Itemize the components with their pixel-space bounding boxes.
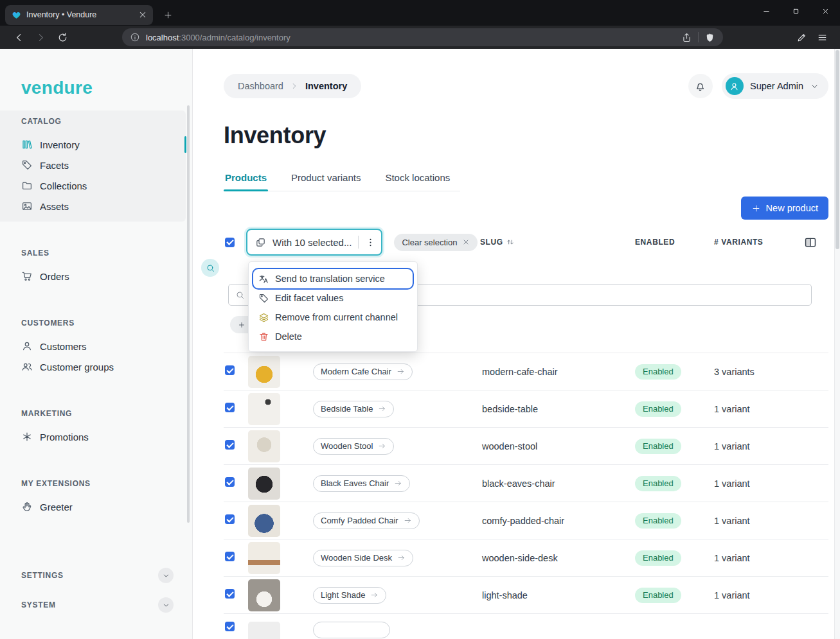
menu-item-remove-from-current-channel[interactable]: Remove from current channel: [253, 308, 413, 327]
variant-count: 1 variant: [710, 516, 803, 526]
sidebar-item-customers[interactable]: Customers: [21, 336, 186, 356]
arrow-right-icon: [397, 554, 406, 562]
scrollbar-thumb[interactable]: [836, 50, 839, 249]
browser-tab-strip: Inventory • Vendure: [0, 0, 840, 26]
menu-item-edit-facet-values[interactable]: Edit facet values: [253, 288, 413, 308]
new-product-button[interactable]: New product: [741, 197, 828, 220]
product-name-chip[interactable]: Wooden Side Desk: [313, 550, 413, 566]
variant-count: 1 variant: [710, 590, 803, 600]
browser-tab[interactable]: Inventory • Vendure: [5, 5, 153, 25]
column-header-variants: # VARIANTS: [710, 238, 803, 247]
product-image: [248, 542, 280, 574]
column-header-slug[interactable]: SLUG: [480, 238, 631, 247]
product-name-chip[interactable]: Comfy Padded Chair: [313, 512, 420, 529]
product-name-chip[interactable]: Black Eaves Chair: [313, 475, 410, 492]
inventory-icon: [21, 139, 33, 150]
site-info-icon[interactable]: [130, 32, 140, 42]
sidebar-section-heading: SALES: [21, 249, 192, 258]
sidebar-item-settings[interactable]: SETTINGS: [21, 565, 174, 586]
divider: [698, 32, 699, 42]
search-icon: [206, 263, 215, 273]
customer-groups-icon: [21, 361, 33, 372]
arrow-right-icon: [394, 479, 402, 487]
tab-close-icon[interactable]: [138, 10, 148, 20]
row-checkbox[interactable]: [225, 365, 235, 375]
page-title: Inventory: [224, 122, 828, 149]
sidebar-item-greeter[interactable]: Greeter: [21, 496, 186, 517]
sidebar-collapsed-groups: SETTINGSSYSTEM: [21, 565, 192, 616]
status-badge: Enabled: [635, 513, 681, 529]
pencil-icon[interactable]: [792, 28, 810, 46]
product-image: [248, 622, 280, 639]
status-badge: Enabled: [635, 550, 681, 566]
table-row-partial: [224, 614, 828, 639]
sort-icon: [506, 238, 515, 247]
row-checkbox[interactable]: [225, 477, 235, 487]
back-button[interactable]: [9, 28, 28, 47]
url-host: localhost: [146, 33, 179, 42]
status-badge: Enabled: [635, 439, 681, 454]
list-header: With 10 selected... Clear selection SLUG…: [224, 227, 828, 257]
breadcrumb-item-dashboard[interactable]: Dashboard: [238, 81, 283, 91]
window-minimize-button[interactable]: [751, 0, 781, 22]
window-close-button[interactable]: [810, 0, 840, 22]
screen: Inventory • Vendure localhost:3000/admin…: [0, 0, 840, 639]
sidebar-scrollbar[interactable]: [187, 105, 190, 523]
sidebar-item-collections[interactable]: Collections: [21, 175, 186, 196]
tab-product-variants[interactable]: Product variants: [290, 166, 362, 191]
row-checkbox[interactable]: [225, 440, 235, 450]
sidebar-item-promotions[interactable]: Promotions: [21, 426, 186, 447]
clear-selection-button[interactable]: Clear selection: [394, 234, 478, 251]
product-name-chip[interactable]: Bedside Table: [313, 401, 394, 417]
product-name-chip[interactable]: [313, 622, 390, 638]
new-tab-button[interactable]: [159, 6, 176, 23]
product-slug: modern-cafe-chair: [480, 367, 631, 377]
status-badge: Enabled: [635, 364, 681, 380]
product-name-chip[interactable]: Wooden Stool: [313, 438, 394, 455]
product-name-chip[interactable]: Light Shade: [313, 587, 386, 604]
browser-menu-button[interactable]: [813, 28, 831, 46]
row-checkbox[interactable]: [225, 552, 235, 561]
forward-button[interactable]: [31, 28, 50, 47]
row-checkbox[interactable]: [225, 403, 235, 412]
row-checkbox[interactable]: [225, 622, 235, 631]
close-icon: [462, 238, 470, 246]
tab-stock-locations[interactable]: Stock locations: [384, 166, 451, 191]
sidebar-item-system[interactable]: SYSTEM: [21, 594, 174, 616]
sidebar-item-assets[interactable]: Assets: [21, 196, 186, 216]
table-row: Wooden Stoolwooden-stoolEnabled1 variant: [224, 428, 828, 465]
share-icon[interactable]: [681, 32, 692, 43]
select-all-checkbox[interactable]: [225, 238, 235, 247]
column-settings-button[interactable]: [803, 236, 818, 249]
brave-shield-icon[interactable]: [704, 32, 715, 43]
menu-item-send-to-translation-service[interactable]: Send to translation service: [253, 269, 413, 288]
user-menu[interactable]: Super Admin: [722, 73, 828, 99]
row-checkbox[interactable]: [225, 514, 235, 524]
reload-button[interactable]: [53, 28, 72, 47]
row-checkbox[interactable]: [225, 589, 235, 599]
tab-products[interactable]: Products: [224, 166, 268, 191]
page-scrollbar[interactable]: [834, 49, 840, 639]
sidebar-item-facets[interactable]: Facets: [21, 155, 186, 175]
chevron-down-icon: [810, 82, 819, 91]
product-image: [248, 356, 280, 388]
bulk-actions-button[interactable]: With 10 selected...: [246, 229, 382, 256]
trash-icon: [258, 331, 269, 342]
window-maximize-button[interactable]: [781, 0, 810, 22]
product-image: [248, 505, 280, 537]
layers-icon: [258, 312, 269, 323]
user-name: Super Admin: [750, 81, 803, 91]
sidebar-item-customer-groups[interactable]: Customer groups: [21, 356, 186, 377]
sidebar-item-orders[interactable]: Orders: [21, 266, 186, 286]
vendure-favicon-icon: [12, 10, 21, 20]
notifications-button[interactable]: [688, 74, 713, 98]
address-bar[interactable]: localhost:3000/admin/catalog/inventory: [122, 28, 723, 46]
sidebar: vendure CATALOGInventoryFacetsCollection…: [0, 49, 193, 639]
sidebar-item-inventory[interactable]: Inventory: [21, 134, 186, 155]
menu-item-delete[interactable]: Delete: [253, 327, 413, 346]
sidebar-section: CUSTOMERSCustomersCustomer groups: [21, 319, 192, 377]
search-fab[interactable]: [201, 259, 219, 277]
bulk-bar: With 10 selected... Clear selection: [224, 229, 480, 256]
kebab-menu-icon[interactable]: [365, 237, 376, 248]
product-name-chip[interactable]: Modern Cafe Chair: [313, 363, 413, 380]
